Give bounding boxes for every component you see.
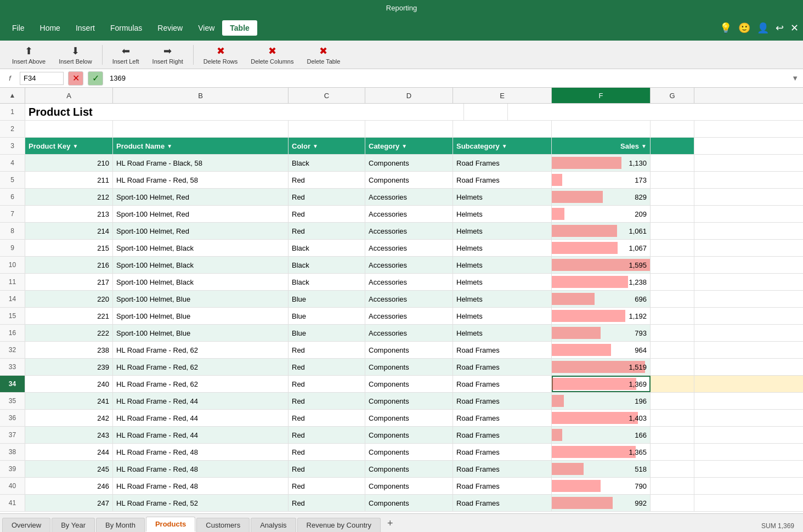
cell-c11[interactable]: Black [289,274,365,290]
cell-c7[interactable]: Red [289,206,365,222]
cell-d4[interactable]: Components [365,155,453,171]
filter-arrow-a[interactable]: ▼ [73,143,78,149]
cell-g34[interactable] [651,376,694,392]
col-header-e[interactable]: E [453,88,552,103]
header-sales[interactable]: Sales ▼ [552,138,651,154]
col-header-g[interactable]: G [651,88,694,103]
row-num-39[interactable]: 39 [0,461,25,477]
cell-b9[interactable]: Sport-100 Helmet, Black [113,240,289,256]
col-header-d[interactable]: D [365,88,453,103]
cell-b2[interactable] [113,121,289,137]
tab-overview[interactable]: Overview [2,518,50,532]
cell-b8[interactable]: Sport-100 Helmet, Red [113,223,289,239]
cell-c15[interactable]: Blue [289,308,365,324]
cell-f40[interactable]: 790 [552,478,651,494]
cell-a37[interactable]: 243 [25,427,113,443]
row-num-32[interactable]: 32 [0,342,25,358]
row-num-38[interactable]: 38 [0,444,25,460]
tab-products[interactable]: Products [146,517,195,532]
formula-cancel-button[interactable]: ✕ [68,71,83,86]
row-num-36[interactable]: 36 [0,410,25,426]
cell-f15[interactable]: 1,192 [552,308,651,324]
filter-arrow-d[interactable]: ▼ [402,143,407,149]
cell-b7[interactable]: Sport-100 Helmet, Red [113,206,289,222]
cell-b36[interactable]: HL Road Frame - Red, 44 [113,410,289,426]
cell-d7[interactable]: Accessories [365,206,453,222]
cell-f11[interactable]: 1,238 [552,274,651,290]
filter-arrow-b[interactable]: ▼ [167,143,172,149]
cell-c6[interactable]: Red [289,189,365,205]
delete-table-button[interactable]: ✖ Delete Table [301,43,346,67]
cell-f39[interactable]: 518 [552,461,651,477]
tab-by-year[interactable]: By Year [52,518,95,532]
cell-d15[interactable]: Accessories [365,308,453,324]
header-product-name[interactable]: Product Name ▼ [113,138,289,154]
cell-f14[interactable]: 696 [552,291,651,307]
cell-reference-input[interactable] [20,72,64,85]
row-num-15[interactable]: 15 [0,308,25,324]
row-num-7[interactable]: 7 [0,206,25,222]
row-num-33[interactable]: 33 [0,359,25,375]
cell-g33[interactable] [651,359,694,375]
filter-arrow-e[interactable]: ▼ [502,143,507,149]
undo-icon[interactable]: ↩ [776,22,784,34]
cell-f7[interactable]: 209 [552,206,651,222]
cell-a16[interactable]: 222 [25,325,113,341]
cell-g3[interactable] [651,138,694,154]
cell-d11[interactable]: Accessories [365,274,453,290]
cell-f2[interactable] [552,121,651,137]
cell-c33[interactable]: Red [289,359,365,375]
menu-home[interactable]: Home [32,20,68,36]
cell-e33[interactable]: Road Frames [453,359,552,375]
header-product-key[interactable]: Product Key ▼ [25,138,113,154]
cell-c39[interactable]: Red [289,461,365,477]
cell-g41[interactable] [651,495,694,511]
row-num-2[interactable]: 2 [0,121,25,137]
cell-g7[interactable] [651,206,694,222]
cell-f6[interactable]: 829 [552,189,651,205]
row-num-14[interactable]: 14 [0,291,25,307]
cell-g14[interactable] [651,291,694,307]
cell-f41[interactable]: 992 [552,495,651,511]
cell-b35[interactable]: HL Road Frame - Red, 44 [113,393,289,409]
filter-arrow-f[interactable]: ▼ [641,143,647,149]
formula-expand-icon[interactable]: ▼ [791,74,799,82]
cell-g16[interactable] [651,325,694,341]
row-num-11[interactable]: 11 [0,274,25,290]
cell-d35[interactable]: Components [365,393,453,409]
cell-e10[interactable]: Helmets [453,257,552,273]
cell-f5[interactable]: 173 [552,172,651,188]
delete-rows-button[interactable]: ✖ Delete Rows [198,43,243,67]
formula-confirm-button[interactable]: ✓ [88,71,103,86]
cell-g38[interactable] [651,444,694,460]
cell-f9[interactable]: 1,067 [552,240,651,256]
cell-a40[interactable]: 246 [25,478,113,494]
cell-d9[interactable]: Accessories [365,240,453,256]
cell-e5[interactable]: Road Frames [453,172,552,188]
row-num-9[interactable]: 9 [0,240,25,256]
cell-a1[interactable]: Product List [25,104,464,120]
row-num-34[interactable]: 34 [0,376,25,392]
cell-a5[interactable]: 211 [25,172,113,188]
header-subcategory[interactable]: Subcategory ▼ [453,138,552,154]
insert-above-button[interactable]: ⬆ Insert Above [7,43,51,67]
cell-b38[interactable]: HL Road Frame - Red, 48 [113,444,289,460]
cell-a32[interactable]: 238 [25,342,113,358]
tab-analysis[interactable]: Analysis [251,518,296,532]
cell-e35[interactable]: Road Frames [453,393,552,409]
menu-insert[interactable]: Insert [68,20,103,36]
header-color[interactable]: Color ▼ [289,138,365,154]
cell-d6[interactable]: Accessories [365,189,453,205]
row-num-40[interactable]: 40 [0,478,25,494]
row-num-10[interactable]: 10 [0,257,25,273]
cell-c34[interactable]: Red [289,376,365,392]
cell-d39[interactable]: Components [365,461,453,477]
row-num-1[interactable]: 1 [0,104,25,120]
cell-a15[interactable]: 221 [25,308,113,324]
cell-b4[interactable]: HL Road Frame - Black, 58 [113,155,289,171]
cell-g11[interactable] [651,274,694,290]
cell-b5[interactable]: HL Road Frame - Red, 58 [113,172,289,188]
row-num-8[interactable]: 8 [0,223,25,239]
cell-b11[interactable]: Sport-100 Helmet, Black [113,274,289,290]
cell-g8[interactable] [651,223,694,239]
